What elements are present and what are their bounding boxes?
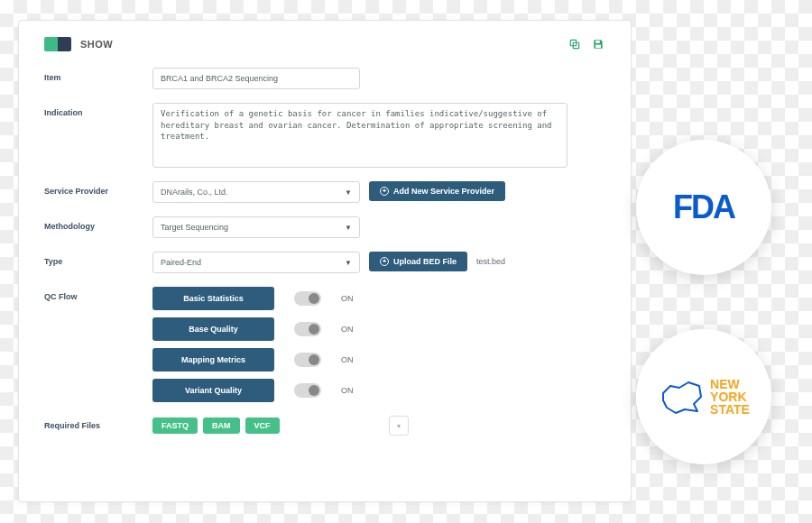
chevron-down-icon: ▼: [345, 188, 352, 197]
tag-vcf[interactable]: VCF: [245, 417, 280, 434]
chevron-down-icon: ▼: [345, 224, 352, 232]
bed-file-name: test.bed: [476, 252, 505, 266]
methodology-value: Target Sequencing: [161, 223, 228, 232]
qc-state: ON: [341, 355, 354, 364]
qc-flow-label: QC Flow: [44, 287, 152, 301]
qc-state: ON: [341, 294, 354, 303]
upload-bed-label: Upload BED File: [393, 257, 457, 266]
qc-mapping-metrics-button[interactable]: Mapping Metrics: [152, 348, 274, 372]
service-provider-select[interactable]: DNArails, Co., Ltd. ▼: [152, 181, 360, 203]
qc-state: ON: [341, 325, 354, 334]
qc-item: Mapping Metrics ON: [152, 348, 354, 372]
methodology-select[interactable]: Target Sequencing ▼: [152, 216, 360, 238]
required-files-dropdown[interactable]: ▾: [389, 416, 409, 436]
nys-text: NEW YORK STATE: [710, 378, 750, 416]
add-service-provider-label: Add New Service Provider: [393, 187, 494, 196]
type-select[interactable]: Paired-End ▼: [152, 252, 360, 273]
qc-variant-quality-button[interactable]: Variant Quality: [152, 379, 274, 402]
item-label: Item: [44, 68, 152, 82]
service-provider-label: Service Provider: [44, 181, 152, 196]
indication-label: Indication: [44, 103, 152, 117]
fda-logo: FDA: [673, 188, 734, 226]
service-provider-value: DNArails, Co., Ltd.: [161, 188, 228, 197]
qc-state: ON: [341, 386, 354, 395]
type-value: Paired-End: [161, 258, 201, 267]
item-input[interactable]: [152, 68, 360, 89]
type-label: Type: [44, 252, 152, 266]
qc-basic-statistics-toggle[interactable]: [294, 291, 321, 306]
fda-badge: FDA: [636, 140, 771, 275]
qc-base-quality-button[interactable]: Base Quality: [152, 317, 274, 341]
tag-fastq[interactable]: FASTQ: [152, 417, 198, 434]
panel-title: SHOW: [80, 39, 113, 50]
nys-map-icon: [658, 377, 705, 417]
qc-item: Variant Quality ON: [152, 379, 354, 402]
methodology-label: Methodology: [44, 216, 152, 231]
required-files-tags: FASTQ BAM VCF ▾: [152, 416, 409, 436]
add-service-provider-button[interactable]: + Add New Service Provider: [369, 181, 505, 201]
required-files-label: Required Files: [44, 416, 152, 430]
panel-header: SHOW: [44, 37, 605, 51]
qc-item: Basic Statistics ON: [152, 287, 354, 310]
qc-mapping-metrics-toggle[interactable]: [294, 353, 321, 367]
qc-variant-quality-toggle[interactable]: [294, 383, 321, 398]
svg-rect-3: [595, 45, 601, 49]
svg-rect-2: [595, 41, 600, 43]
show-toggle[interactable]: [44, 37, 71, 51]
indication-textarea[interactable]: Verification of a genetic basis for canc…: [152, 103, 567, 168]
chevron-down-icon: ▼: [345, 259, 352, 267]
copy-icon[interactable]: [567, 37, 582, 51]
form-panel: SHOW Item Indication Verification of a g…: [18, 20, 632, 502]
tag-bam[interactable]: BAM: [203, 417, 240, 434]
qc-base-quality-toggle[interactable]: [294, 322, 321, 336]
qc-basic-statistics-button[interactable]: Basic Statistics: [152, 287, 274, 310]
chevron-down-icon: ▾: [397, 422, 401, 430]
plus-icon: +: [380, 257, 389, 266]
qc-item: Base Quality ON: [152, 317, 354, 341]
qc-flow-list: Basic Statistics ON Base Quality ON Mapp…: [152, 287, 354, 402]
save-icon[interactable]: [591, 37, 605, 51]
new-york-state-badge: NEW YORK STATE: [636, 329, 771, 464]
upload-bed-button[interactable]: + Upload BED File: [369, 252, 467, 271]
plus-icon: +: [380, 187, 389, 196]
